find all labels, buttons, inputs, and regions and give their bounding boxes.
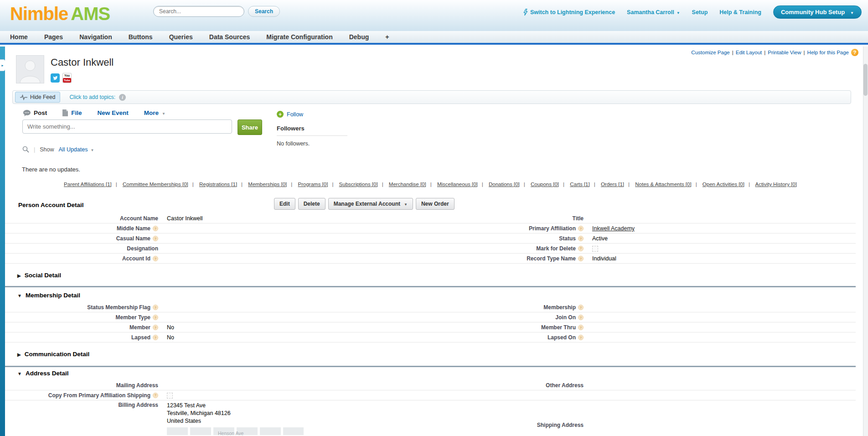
- related-link-merchandise[interactable]: Merchandise [0]: [389, 182, 426, 187]
- setup-link[interactable]: Setup: [692, 9, 708, 16]
- feed-composer: Share: [22, 119, 262, 135]
- write-something-input[interactable]: [22, 119, 232, 134]
- primary-affiliation-link[interactable]: Inkwell Academy: [592, 225, 635, 232]
- help-training-link[interactable]: Help & Training: [719, 9, 761, 16]
- follow-link[interactable]: Follow: [277, 111, 350, 118]
- help-for-page-link[interactable]: Help for this Page: [807, 50, 849, 55]
- related-link-programs[interactable]: Programs [0]: [298, 182, 328, 187]
- related-link-orders[interactable]: Orders [1]: [601, 182, 624, 187]
- account-id-value: [161, 254, 430, 256]
- field-label: Middle Name: [117, 225, 150, 232]
- customize-page-link[interactable]: Customize Page: [691, 50, 729, 55]
- related-link-registrations[interactable]: Registrations [1]: [199, 182, 237, 187]
- field-help-icon[interactable]: [578, 335, 584, 340]
- field-help-icon[interactable]: [578, 246, 584, 251]
- field-help-icon[interactable]: [578, 325, 584, 330]
- feed-tab-file[interactable]: File: [62, 109, 82, 116]
- section-communication-detail[interactable]: Communication Detail: [5, 351, 856, 358]
- caret-down-icon: [90, 146, 94, 153]
- designation-value: [161, 244, 430, 246]
- related-link-parent-affiliations[interactable]: Parent Affiliations [1]: [64, 182, 112, 187]
- field-help-icon[interactable]: [578, 236, 584, 241]
- hide-feed-button[interactable]: Hide Feed: [15, 92, 60, 103]
- detail-buttons: Edit Delete Manage External Account New …: [274, 198, 455, 210]
- collapsed-triangle-icon: [17, 351, 21, 358]
- detail-row: Casual Name StatusActive: [5, 234, 856, 244]
- section-membership-detail[interactable]: Membership Detail: [5, 292, 856, 299]
- detail-section-title: Person Account Detail: [18, 202, 84, 208]
- copy-from-primary-checkbox: [167, 393, 173, 399]
- share-button[interactable]: Share: [238, 119, 262, 135]
- related-link-carts[interactable]: Carts [1]: [570, 182, 589, 187]
- app-window: NimbleAMS Search Switch to Lightning Exp…: [0, 0, 868, 436]
- field-label: Membership: [543, 304, 576, 311]
- search-button[interactable]: Search: [248, 6, 280, 17]
- related-link-activity-history[interactable]: Activity History [0]: [755, 182, 797, 187]
- tab-add[interactable]: +: [385, 33, 389, 41]
- info-icon[interactable]: [119, 94, 126, 101]
- search-input[interactable]: [153, 6, 244, 17]
- billing-address-map[interactable]: Henson Ave: [167, 427, 304, 436]
- edit-layout-link[interactable]: Edit Layout: [736, 50, 762, 55]
- field-help-icon[interactable]: [578, 305, 584, 310]
- related-link-miscellaneous[interactable]: Miscellaneous [0]: [437, 182, 478, 187]
- tab-data-sources[interactable]: Data Sources: [209, 33, 250, 41]
- field-help-icon[interactable]: [153, 325, 158, 330]
- related-link-memberships[interactable]: Memberships [0]: [248, 182, 287, 187]
- community-hub-setup-button[interactable]: Community Hub Setup: [773, 5, 862, 19]
- user-menu[interactable]: Samantha Carroll: [627, 9, 680, 16]
- related-link-committee-memberships[interactable]: Committee Memberships [0]: [123, 182, 188, 187]
- tab-pages[interactable]: Pages: [44, 33, 63, 41]
- field-label: Mark for Delete: [536, 245, 576, 252]
- related-link-notes-attachments[interactable]: Notes & Attachments [0]: [635, 182, 691, 187]
- field-help-icon[interactable]: [153, 315, 158, 320]
- vertical-scrollbar[interactable]: [863, 47, 868, 436]
- tab-migrate-configuration[interactable]: Migrate Configuration: [266, 33, 332, 41]
- switch-lightning-link[interactable]: Switch to Lightning Experience: [523, 9, 615, 16]
- tab-navigation[interactable]: Navigation: [79, 33, 112, 41]
- field-help-icon[interactable]: [578, 256, 584, 261]
- detail-row: Account Id Record Type NameIndividual: [5, 254, 856, 264]
- tab-home[interactable]: Home: [10, 33, 28, 41]
- field-help-icon[interactable]: [578, 315, 584, 320]
- scrollbar-thumb[interactable]: [863, 64, 868, 96]
- related-link-coupons[interactable]: Coupons [0]: [531, 182, 559, 187]
- tab-debug[interactable]: Debug: [349, 33, 369, 41]
- new-order-button[interactable]: New Order: [416, 198, 455, 210]
- related-link-open-activities[interactable]: Open Activities [0]: [703, 182, 744, 187]
- youtube-icon[interactable]: [62, 73, 72, 83]
- feed-tab-post[interactable]: Post: [23, 109, 47, 116]
- field-help-icon[interactable]: [153, 335, 158, 340]
- tab-queries[interactable]: Queries: [169, 33, 193, 41]
- delete-button[interactable]: Delete: [298, 198, 326, 210]
- printable-view-link[interactable]: Printable View: [768, 50, 801, 55]
- section-social-detail[interactable]: Social Detail: [5, 272, 856, 279]
- feed-tab-more[interactable]: More: [144, 109, 165, 116]
- feed-tab-new-event[interactable]: New Event: [98, 109, 129, 116]
- speech-bubble-icon: [23, 110, 31, 116]
- related-link-donations[interactable]: Donations [0]: [489, 182, 520, 187]
- feed-filter-row: | Show All Updates: [22, 146, 94, 153]
- section-address-detail[interactable]: Address Detail: [5, 370, 856, 377]
- field-help-icon[interactable]: [153, 256, 158, 261]
- field-label: Copy From Primary Affiliation Shipping: [48, 392, 150, 399]
- detail-row: MemberNo Member Thru: [5, 322, 856, 332]
- help-icon[interactable]: ?: [851, 49, 858, 56]
- related-link-subscriptions[interactable]: Subscriptions [0]: [339, 182, 378, 187]
- field-help-icon[interactable]: [153, 305, 158, 310]
- add-topics[interactable]: Click to add topics:: [69, 94, 126, 101]
- feed-bar: Hide Feed Click to add topics:: [12, 90, 851, 104]
- search-icon[interactable]: [22, 146, 29, 153]
- field-help-icon[interactable]: [153, 236, 158, 241]
- field-label: Lapsed: [131, 334, 150, 341]
- mark-for-delete-checkbox: [592, 246, 598, 252]
- edit-button[interactable]: Edit: [274, 198, 295, 210]
- show-filter-dropdown[interactable]: All Updates: [59, 146, 94, 153]
- twitter-icon[interactable]: [51, 73, 60, 83]
- field-help-icon[interactable]: [153, 226, 158, 231]
- manage-external-account-button[interactable]: Manage External Account: [328, 198, 413, 210]
- field-help-icon[interactable]: [578, 226, 584, 231]
- lapsed-value: No: [161, 333, 430, 342]
- field-help-icon[interactable]: [153, 393, 158, 398]
- tab-buttons[interactable]: Buttons: [129, 33, 153, 41]
